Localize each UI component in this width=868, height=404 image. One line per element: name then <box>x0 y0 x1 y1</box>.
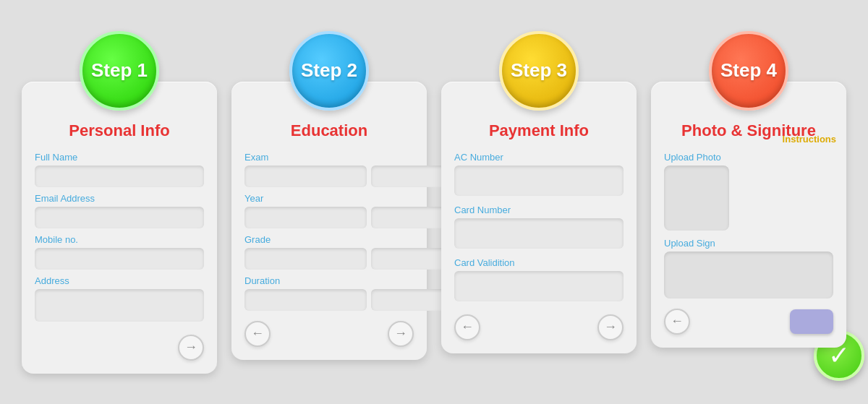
photo-nav: ← <box>664 309 833 335</box>
address-input[interactable] <box>35 289 204 322</box>
mobile-label: Mobile no. <box>35 234 204 245</box>
duration-label: Duration <box>244 275 414 286</box>
step3-col: Step 3 <box>441 31 637 111</box>
exam-label: Exam <box>244 152 414 163</box>
step3-circle: Step 3 <box>499 31 579 111</box>
upload-sign-label: Upload Sign <box>664 238 833 249</box>
email-label: Email Address <box>35 193 204 204</box>
submit-button[interactable] <box>790 309 833 334</box>
payment-info-title: Payment Info <box>454 121 624 140</box>
year-inputs <box>244 207 414 228</box>
fullname-input[interactable] <box>35 166 204 187</box>
grade-input-1[interactable] <box>244 248 367 270</box>
ac-number-label: AC Number <box>454 152 624 163</box>
card-number-input[interactable] <box>454 218 624 249</box>
payment-next-button[interactable]: → <box>597 314 624 340</box>
payment-nav: ← → <box>454 314 624 340</box>
exam-input-1[interactable] <box>244 166 367 187</box>
card-validation-label: Card Validition <box>454 257 624 268</box>
education-nav: ← → <box>244 321 414 347</box>
step2-col: Step 2 <box>231 31 427 111</box>
instructions-text: Instructions <box>783 134 836 145</box>
photo-signature-card: Photo & Signiture Instructions Upload Ph… <box>651 82 846 348</box>
education-card: Education Exam Year Grade <box>231 82 427 360</box>
education-prev-button[interactable]: ← <box>244 321 271 347</box>
fullname-label: Full Name <box>35 152 204 163</box>
personal-info-card: Personal Info Full Name Email Address Mo… <box>22 82 217 374</box>
step4-col: Step 4 <box>651 31 846 111</box>
step2-circle: Step 2 <box>289 31 369 111</box>
duration-input-1[interactable] <box>244 289 367 311</box>
step1-col: Step 1 <box>22 31 217 111</box>
email-input[interactable] <box>35 207 204 228</box>
step4-label: Step 4 <box>720 59 777 82</box>
duration-inputs <box>244 289 414 311</box>
card-number-label: Card Number <box>454 205 624 215</box>
payment-prev-button[interactable]: ← <box>454 314 480 340</box>
personal-next-button[interactable]: → <box>178 335 204 361</box>
card-validation-input[interactable] <box>454 271 624 301</box>
step2-label: Step 2 <box>301 59 357 82</box>
cards-row: Personal Info Full Name Email Address Mo… <box>14 82 854 374</box>
step4-circle: Step 4 <box>709 31 788 111</box>
photo-upload-area[interactable] <box>664 166 729 231</box>
education-next-button[interactable]: → <box>388 321 414 347</box>
year-input-1[interactable] <box>244 207 367 228</box>
photo-upload-row <box>664 166 833 231</box>
step3-label: Step 3 <box>511 59 567 82</box>
personal-nav: → <box>35 335 204 361</box>
steps-row: Step 1 Step 2 Step 3 Step 4 <box>14 31 854 111</box>
mobile-input[interactable] <box>35 248 204 270</box>
address-label: Address <box>35 275 204 286</box>
ac-number-input[interactable] <box>454 166 624 196</box>
photo-prev-button[interactable]: ← <box>664 309 690 335</box>
exam-inputs <box>244 166 414 187</box>
payment-info-card: Payment Info AC Number Card Number Card … <box>441 82 637 353</box>
year-label: Year <box>244 193 414 204</box>
grade-inputs <box>244 248 414 270</box>
upload-photo-label: Upload Photo <box>664 152 833 163</box>
step1-circle: Step 1 <box>80 31 159 111</box>
cards-wrapper: Personal Info Full Name Email Address Mo… <box>14 82 854 374</box>
personal-info-title: Personal Info <box>35 121 204 140</box>
main-container: Step 1 Step 2 Step 3 Step 4 Personal Inf… <box>14 31 854 374</box>
sign-upload-area[interactable] <box>664 252 833 298</box>
grade-label: Grade <box>244 234 414 245</box>
education-title: Education <box>244 121 414 140</box>
step1-label: Step 1 <box>91 59 148 82</box>
